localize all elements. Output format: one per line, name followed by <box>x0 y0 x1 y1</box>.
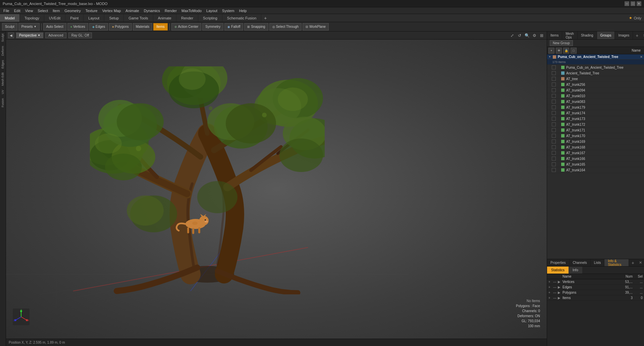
action-center-button[interactable]: ⊕ Action Center <box>171 23 202 31</box>
tree-item-17[interactable]: AT_trunk165 <box>547 162 644 167</box>
tree-item-7[interactable]: AT_trunk179 <box>547 105 644 110</box>
stats-row-vertices[interactable]: + — ▶ Vertices 53,... ... <box>547 279 644 285</box>
bt-tab-properties[interactable]: Properties <box>547 259 570 266</box>
tree-item-18[interactable]: AT_trunk164 <box>547 167 644 173</box>
stats-row-edges[interactable]: + — ▶ Edges 91,... ... <box>547 285 644 290</box>
presets-button[interactable]: Presets ▼ <box>18 23 40 31</box>
menu-layout[interactable]: Layout <box>204 8 219 13</box>
bt-tab-lists[interactable]: Lists <box>591 259 605 266</box>
menu-dynamics[interactable]: Dynamics <box>142 8 162 13</box>
menu-item[interactable]: Item <box>51 8 62 13</box>
menu-animate[interactable]: Animate <box>123 8 141 13</box>
stats-add-2[interactable]: + <box>548 291 553 294</box>
menu-geometry[interactable]: Geometry <box>62 8 83 13</box>
vertices-button[interactable]: ● Vertices <box>67 23 88 31</box>
tree-item-13[interactable]: AT_trunk169 <box>547 139 644 145</box>
vis-14[interactable] <box>552 145 556 149</box>
sidebar-edges[interactable]: Edges <box>0 58 6 71</box>
tab-render[interactable]: Render <box>176 14 198 22</box>
menu-vertexmap[interactable]: Vertex Map <box>100 8 123 13</box>
select-through-button[interactable]: ◎ Select Through <box>269 23 302 31</box>
viewport-zoom-icon[interactable]: 🔍 <box>524 33 530 39</box>
tree-item-16[interactable]: AT_trunk166 <box>547 156 644 162</box>
menu-file[interactable]: File <box>1 8 11 13</box>
tree-group-header[interactable]: ▼ Puma_Cub_on_Ancient_Twisted_Tree ✕ <box>547 54 644 60</box>
maximize-button[interactable]: □ <box>631 1 635 6</box>
menu-texture[interactable]: Texture <box>84 8 100 13</box>
snapping-button[interactable]: ⊞ Snapping <box>244 23 268 31</box>
menu-help[interactable]: Help <box>237 8 249 13</box>
auto-select-button[interactable]: Auto Select <box>43 23 66 31</box>
sculpt-button[interactable]: Sculpt <box>2 23 17 31</box>
vis-10[interactable] <box>552 122 556 126</box>
tab-gametools[interactable]: Game Tools <box>124 14 153 22</box>
rp-add-tab-button[interactable]: + <box>633 32 641 39</box>
vis-6[interactable] <box>552 100 556 104</box>
items-button[interactable]: Items <box>153 23 167 31</box>
vis-7[interactable] <box>552 105 556 109</box>
close-button[interactable]: ✕ <box>637 1 641 6</box>
stats-row-polygons[interactable]: + — ▶ Polygons 39,... ... <box>547 290 644 295</box>
falloff-button[interactable]: ◉ Falloff <box>224 23 243 31</box>
symmetry-button[interactable]: Symmetry <box>202 23 223 31</box>
tree-item-8[interactable]: AT_trunk174 <box>547 110 644 116</box>
viewport-fit-icon[interactable]: ⤢ <box>509 33 515 39</box>
polygons-button[interactable]: ■ Polygons <box>109 23 132 31</box>
raygl-button[interactable]: Ray GL: Off <box>68 33 92 38</box>
bt-add-tab-button[interactable]: + <box>629 259 637 267</box>
tree-eye-button[interactable]: 👁 <box>556 48 562 54</box>
add-tab-button[interactable]: + <box>261 14 269 22</box>
tree-item-3[interactable]: AT_trunk256 <box>547 82 644 88</box>
bt-tab-info[interactable]: Info & Statistics <box>604 259 629 266</box>
tree-item-1[interactable]: Ancient_Twisted_Tree <box>547 70 644 76</box>
vis-3[interactable] <box>552 82 556 86</box>
tab-setup[interactable]: Setup <box>104 14 124 22</box>
nav-back-button[interactable]: ◀ <box>8 33 14 38</box>
tree-item-10[interactable]: AT_trunk172 <box>547 122 644 127</box>
stats-add-1[interactable]: + <box>548 285 553 289</box>
vis-1[interactable] <box>552 71 556 75</box>
tree-item-11[interactable]: AT_trunk171 <box>547 127 644 133</box>
stats-arr-2-icon[interactable]: ▶ <box>558 291 562 294</box>
menu-maxtomodo[interactable]: MaxToModo <box>179 8 204 13</box>
tree-item-2[interactable]: AT_tree <box>547 76 644 82</box>
bt-close-button[interactable]: ✕ <box>637 260 644 266</box>
tree-lock-button[interactable]: 🔒 <box>563 48 569 54</box>
menu-edit[interactable]: Edit <box>12 8 22 13</box>
tree-item-9[interactable]: AT_trunk173 <box>547 116 644 122</box>
tab-layout[interactable]: Layout <box>84 14 104 22</box>
advanced-button[interactable]: Advanced <box>45 33 66 38</box>
vis-4[interactable] <box>552 88 556 92</box>
vis-8[interactable] <box>552 111 556 115</box>
tree-item-14[interactable]: AT_trunk168 <box>547 145 644 150</box>
tab-paint[interactable]: Paint <box>65 14 84 22</box>
stats-row-items[interactable]: + — ▶ Items 3 0 <box>547 295 644 301</box>
menu-view[interactable]: View <box>23 8 35 13</box>
tab-uvedit[interactable]: UVEdit <box>44 14 65 22</box>
tab-model[interactable]: Model <box>0 14 20 22</box>
tree-item-15[interactable]: AT_trunk167 <box>547 150 644 156</box>
rp-tab-items[interactable]: Items <box>547 32 562 39</box>
sidebar-fusion[interactable]: Fusion <box>0 96 6 109</box>
tree-item-12[interactable]: AT_trunk170 <box>547 133 644 139</box>
rp-tab-meshops[interactable]: Mesh Ops <box>562 32 577 39</box>
stats-arr-1-icon[interactable]: ▶ <box>558 285 562 289</box>
sidebar-uv[interactable]: UV <box>0 88 6 96</box>
vis-13[interactable] <box>552 139 556 143</box>
sidebar-deform[interactable]: Deform <box>0 44 6 58</box>
vis-17[interactable] <box>552 162 556 166</box>
rp-tab-groups[interactable]: Groups <box>597 32 615 39</box>
vis-0[interactable] <box>552 65 556 69</box>
rp-close-button[interactable]: ✕ <box>641 33 644 38</box>
vis-11[interactable] <box>552 128 556 132</box>
tree-item-6[interactable]: AT_trunk083 <box>547 99 644 105</box>
viewport-expand-icon[interactable]: ⊞ <box>539 33 545 39</box>
tree-item-4[interactable]: AT_trunk094 <box>547 88 644 93</box>
new-group-button[interactable]: New Group <box>550 40 573 46</box>
stats-tab-info[interactable]: Info <box>569 267 582 274</box>
vis-5[interactable] <box>552 94 556 98</box>
vis-18[interactable] <box>552 168 556 172</box>
tab-animate[interactable]: Animate <box>153 14 176 22</box>
rp-tab-shading[interactable]: Shading <box>578 32 597 39</box>
stats-arr-0-icon[interactable]: ▶ <box>558 280 562 284</box>
